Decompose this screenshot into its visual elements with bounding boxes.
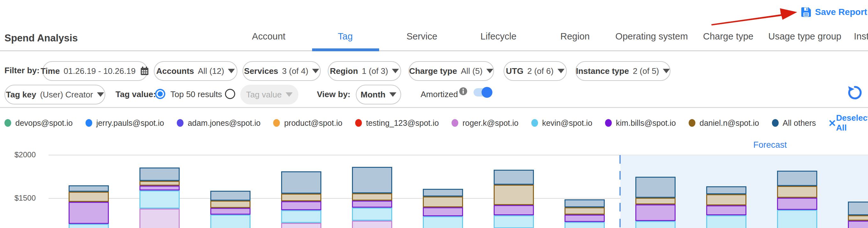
info-icon[interactable] (459, 87, 467, 96)
bar-segment[interactable] (69, 202, 109, 224)
tab-lifecycle[interactable]: Lifecycle (460, 31, 537, 42)
bar-segment[interactable] (281, 201, 321, 211)
bar-segment[interactable] (210, 191, 250, 201)
bar-segment[interactable] (636, 177, 676, 198)
tab-instance-type[interactable]: Instance type (843, 31, 868, 42)
legend-item[interactable]: kim.bills@spot.io (605, 118, 676, 128)
services-filter-pill[interactable]: Services 3 (of 4) (243, 61, 321, 81)
bar-segment[interactable] (140, 186, 180, 190)
bar-segment[interactable] (69, 192, 109, 202)
bar-segment[interactable] (281, 210, 321, 223)
bar-segment[interactable] (423, 196, 463, 207)
bar-segment[interactable] (777, 198, 817, 210)
tab-tag[interactable]: Tag (307, 31, 383, 42)
legend-item[interactable]: product@spot.io (273, 118, 342, 128)
reset-icon[interactable] (846, 84, 864, 101)
bar-segment[interactable] (494, 170, 534, 185)
bar-segment[interactable] (140, 190, 180, 208)
tab-usage-type-group[interactable]: Usage type group (767, 31, 843, 42)
legend-item[interactable]: devops@spot.io (4, 118, 73, 128)
bar-segment[interactable] (352, 201, 392, 207)
bar-segment[interactable] (210, 208, 250, 214)
accounts-filter-value: All (12) (198, 66, 224, 76)
bar-segment[interactable] (423, 216, 463, 228)
legend-item[interactable]: kevin@spot.io (531, 118, 592, 128)
bar-segment[interactable] (706, 194, 746, 205)
bar-segment[interactable] (706, 215, 746, 228)
amortized-toggle[interactable] (473, 88, 491, 97)
legend-item[interactable]: daniel.n@spot.io (689, 118, 759, 128)
time-filter-pill[interactable]: Time 01.26.19 - 10.26.19 (42, 61, 148, 81)
bar-segment[interactable] (564, 207, 605, 215)
legend-item[interactable]: roger.k@spot.io (452, 118, 518, 128)
bar-segment[interactable] (564, 215, 605, 222)
tag-key-pill[interactable]: Tag key (User) Creator (4, 85, 105, 105)
bar-segment[interactable] (636, 204, 676, 221)
view-by-value: Month (361, 90, 385, 100)
region-filter-pill[interactable]: Region 1 (of 3) (328, 61, 401, 81)
bar-segment[interactable] (210, 201, 250, 208)
bar-segment[interactable] (69, 185, 109, 192)
view-by-dropdown[interactable]: Month (356, 85, 401, 105)
page-title: Spend Analysis (4, 33, 78, 44)
bar-segment[interactable] (423, 207, 463, 217)
save-icon (800, 6, 812, 18)
bar-segment[interactable] (777, 171, 817, 186)
bar-segment[interactable] (140, 208, 180, 228)
bar-segment[interactable] (281, 194, 321, 201)
tab-operating-system[interactable]: Operating system (613, 31, 690, 42)
bar-segment[interactable] (281, 223, 321, 228)
utg-filter-pill[interactable]: UTG 2 (of 6) (503, 61, 567, 81)
deselect-all-button[interactable]: Deselect All (829, 113, 868, 133)
caret-down-icon (392, 69, 399, 73)
bar-segment[interactable] (777, 210, 817, 228)
bar-segment[interactable] (140, 181, 180, 186)
bar-segment[interactable] (352, 207, 392, 221)
bar-segment[interactable] (423, 189, 463, 196)
deselect-x-icon (829, 120, 834, 126)
tab-charge-type[interactable]: Charge type (690, 31, 767, 42)
bar-segment[interactable] (636, 221, 676, 228)
legend-item-label: roger.k@spot.io (462, 118, 518, 128)
bar-segment[interactable] (352, 167, 392, 193)
tab-account[interactable]: Account (230, 31, 307, 42)
save-report-button[interactable]: Save Report (800, 6, 867, 18)
time-filter-value: 01.26.19 - 10.26.19 (63, 66, 135, 76)
legend-item[interactable]: testing_123@spot.io (355, 118, 439, 128)
accounts-filter-pill[interactable]: Accounts All (12) (154, 61, 238, 81)
bar-segment[interactable] (706, 186, 746, 194)
bar-segment[interactable] (564, 199, 605, 207)
bar-segment[interactable] (494, 215, 534, 228)
tab-bar: AccountTagServiceLifecycleRegionOperatin… (230, 31, 868, 42)
services-filter-value: 3 (of 4) (282, 66, 308, 76)
bar-segment[interactable] (564, 222, 605, 228)
charge-type-filter-pill[interactable]: Charge type All (5) (408, 61, 494, 81)
bar-segment[interactable] (848, 221, 868, 228)
legend-item[interactable]: All others (772, 118, 816, 128)
legend-item[interactable]: jerry.pauls@spot.io (86, 118, 164, 128)
caret-down-icon (97, 92, 104, 97)
top-50-results-radio[interactable] (155, 89, 165, 99)
filters-divider (0, 107, 868, 108)
bar-segment[interactable] (494, 205, 534, 216)
bar-segment[interactable] (210, 215, 250, 228)
filter-by-label: Filter by: (4, 66, 39, 75)
legend-item-label: daniel.n@spot.io (700, 118, 759, 128)
bar-segment[interactable] (494, 185, 534, 205)
bar-segment[interactable] (352, 221, 392, 228)
tag-value-radio[interactable] (225, 89, 235, 99)
bar-segment[interactable] (281, 171, 321, 194)
tab-service[interactable]: Service (383, 31, 460, 42)
bar-segment[interactable] (706, 205, 746, 215)
bar-segment[interactable] (69, 224, 109, 228)
bar-segment[interactable] (636, 198, 676, 205)
bar-segment[interactable] (352, 193, 392, 201)
instance-type-filter-pill[interactable]: Instance type 2 (of 5) (576, 61, 671, 81)
bar-segment[interactable] (140, 167, 180, 181)
bar-segment[interactable] (848, 201, 868, 216)
legend-dot-icon (531, 119, 538, 127)
legend-item[interactable]: adam.jones@spot.io (177, 118, 260, 128)
bar-segment[interactable] (848, 215, 868, 220)
bar-segment[interactable] (777, 186, 817, 198)
tab-region[interactable]: Region (537, 31, 613, 42)
